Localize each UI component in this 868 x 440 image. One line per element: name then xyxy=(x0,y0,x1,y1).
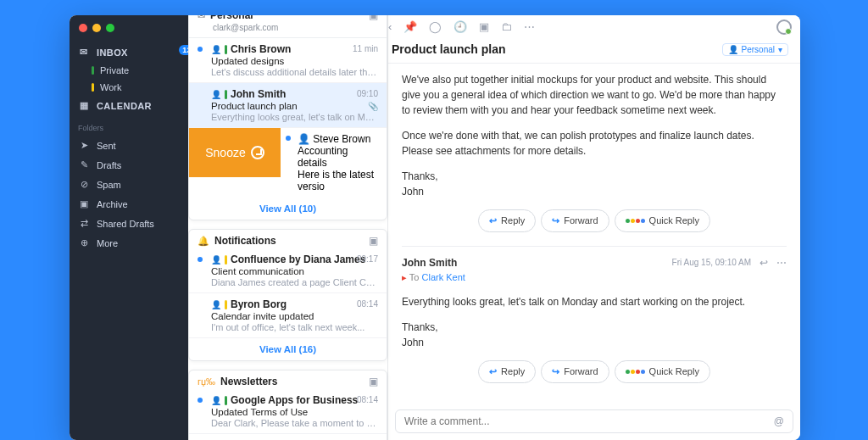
inbox-card-newsletters: гџ‰ Newsletters ▣ 👤 Google Apps for Busi… xyxy=(188,370,387,440)
unread-dot xyxy=(286,136,291,141)
rss-icon: гџ‰ xyxy=(198,376,215,387)
mail-item[interactable]: 👤 Byron Borg 08:14 Calendar invite updat… xyxy=(189,293,387,338)
calendar-label: CALENDAR xyxy=(97,101,152,111)
close-window-button[interactable] xyxy=(79,24,87,32)
quick-reply-button[interactable]: Quick Reply xyxy=(615,360,710,383)
forward-button[interactable]: ↪ Forward xyxy=(541,209,609,232)
account-avatar[interactable] xyxy=(776,19,792,35)
snooze-button[interactable]: Snooze xyxy=(189,128,281,177)
personal-card-header: ✉ Personal ▣ xyxy=(189,15,387,23)
body-signoff: Thanks, xyxy=(402,169,787,184)
app-window: ✉ INBOX 12 Private Work ▦ CALENDAR Folde… xyxy=(70,15,800,440)
quick-reply-button[interactable]: Quick Reply xyxy=(615,209,710,232)
inbox-card-personal: ✉ Personal ▣ clark@spark.com 👤 Chris Bro… xyxy=(188,15,387,220)
reply-label: Reply xyxy=(501,214,525,228)
body-signature: John xyxy=(402,335,787,350)
person-icon: 👤 xyxy=(728,45,738,54)
thread-body: We've also put together initial mockups … xyxy=(388,64,800,409)
reply-button[interactable]: ↩ Reply xyxy=(478,360,536,383)
folder-button[interactable]: 🗀 xyxy=(501,20,512,33)
window-controls xyxy=(70,24,188,41)
shared-label: Shared Drafts xyxy=(97,219,154,229)
message-date: Fri Aug 15, 09:10 AM xyxy=(672,256,751,269)
message-more-button[interactable]: ⋯ xyxy=(776,255,787,270)
bell-icon: 🔔 xyxy=(198,236,209,247)
archive-button[interactable]: ▣ xyxy=(479,20,489,33)
mail-sender: Steve Brown xyxy=(313,133,370,145)
sidebar-item-work[interactable]: Work xyxy=(70,79,188,96)
account-bar xyxy=(225,90,227,99)
reply-label: Reply xyxy=(501,365,525,379)
people-icon: 👤 xyxy=(211,90,221,99)
mail-time: 09:10 xyxy=(357,89,378,98)
folders-heading: Folders xyxy=(70,117,188,134)
minimize-window-button[interactable] xyxy=(92,24,101,32)
subject-row: Product launch plan 👤 Personal ▾ xyxy=(388,39,800,64)
reply-icon-button[interactable]: ↩ xyxy=(760,255,768,270)
quick-reply-icon xyxy=(626,370,645,374)
mail-item[interactable]: 👤 John Smith 09:10 📎 Product launch plan… xyxy=(189,83,387,128)
newsletters-title: Newsletters xyxy=(220,376,277,387)
account-pill[interactable]: 👤 Personal ▾ xyxy=(722,43,788,56)
mail-subject: Accounting details xyxy=(298,145,378,169)
pin-button[interactable]: 📌 xyxy=(403,20,417,33)
maximize-window-button[interactable] xyxy=(106,24,114,32)
mail-item[interactable]: 👤 Confluence by Diana James 09:17 Client… xyxy=(189,248,387,293)
back-button[interactable]: ‹ xyxy=(388,20,392,33)
drafts-label: Drafts xyxy=(97,160,121,170)
archive-all-button[interactable]: ▣ xyxy=(369,376,378,387)
mail-time: 08:14 xyxy=(357,395,378,404)
account-bar xyxy=(225,300,227,309)
mail-time: 08:14 xyxy=(357,299,378,309)
mail-subject: Calendar invite updated xyxy=(211,311,378,321)
more-menu-button[interactable]: ⋯ xyxy=(524,20,535,33)
snooze-toolbar-button[interactable]: 🕘 xyxy=(453,20,467,33)
view-all-newsletters[interactable]: View All (16) xyxy=(189,434,387,440)
to-recipient[interactable]: Clark Kent xyxy=(422,272,465,282)
mark-read-button[interactable]: ◯ xyxy=(429,20,442,33)
sent-label: Sent xyxy=(97,141,116,151)
archive-all-button[interactable]: ▣ xyxy=(369,15,378,21)
chevron-down-icon: ▾ xyxy=(778,45,782,54)
archive-all-button[interactable]: ▣ xyxy=(369,235,378,247)
sidebar-item-more[interactable]: ⊕ More xyxy=(70,233,188,253)
message-from: John Smith xyxy=(402,255,465,270)
shared-icon: ⇄ xyxy=(78,218,90,229)
newsletters-card-header: гџ‰ Newsletters ▣ xyxy=(189,370,387,389)
mail-item[interactable]: 👤 Google Apps for Business 08:14 Updated… xyxy=(189,389,387,434)
mail-subject: Updated Terms of Use xyxy=(211,407,378,417)
sidebar-item-calendar[interactable]: ▦ CALENDAR xyxy=(70,96,188,115)
message-actions: ↩ Reply ↪ Forward Quick Reply xyxy=(402,209,787,232)
sidebar-item-sent[interactable]: ➤ Sent xyxy=(70,136,188,155)
forward-button[interactable]: ↪ Forward xyxy=(541,360,609,383)
view-all-personal[interactable]: View All (10) xyxy=(189,198,387,220)
sidebar-item-shared-drafts[interactable]: ⇄ Shared Drafts xyxy=(70,214,188,233)
sidebar-item-inbox[interactable]: ✉ INBOX 12 xyxy=(70,42,188,62)
comment-input[interactable] xyxy=(404,415,774,427)
reader-toolbar: ‹ 📌 ◯ 🕘 ▣ 🗀 ⋯ xyxy=(388,15,800,39)
personal-card-title: Personal xyxy=(210,15,253,21)
reply-button[interactable]: ↩ Reply xyxy=(478,209,536,232)
notifications-title: Notifications xyxy=(214,235,276,247)
people-icon: 👤 xyxy=(298,133,310,145)
sent-icon: ➤ xyxy=(78,140,90,151)
mail-sender: Confluence by Diana James xyxy=(231,253,365,265)
mail-sender: John Smith xyxy=(231,88,286,100)
body-paragraph: Once we're done with that, we can polish… xyxy=(402,128,787,159)
mention-button[interactable]: @ xyxy=(774,415,784,427)
mail-item[interactable]: 👤 Steve Brown Accounting details Here is… xyxy=(281,128,387,198)
personal-card-address: clark@spark.com xyxy=(189,23,387,38)
sidebar-item-archive[interactable]: ▣ Archive xyxy=(70,194,188,214)
mail-subject: Updated designs xyxy=(211,56,378,66)
reader-pane: ‹ 📌 ◯ 🕘 ▣ 🗀 ⋯ Product launch plan 👤 Pers… xyxy=(388,15,800,440)
body-paragraph: We've also put together initial mockups … xyxy=(402,72,787,118)
mail-item[interactable]: 👤 Chris Brown 11 min Updated designs Let… xyxy=(189,38,387,83)
sidebar-item-drafts[interactable]: ✎ Drafts xyxy=(70,155,188,175)
unread-dot xyxy=(198,257,203,262)
mail-sender: Byron Borg xyxy=(231,298,287,310)
sidebar-item-spam[interactable]: ⊘ Spam xyxy=(70,175,188,194)
mail-subject: Client communication xyxy=(211,266,378,276)
account-bar xyxy=(225,255,227,265)
view-all-notifications[interactable]: View All (16) xyxy=(189,338,387,360)
sidebar-item-private[interactable]: Private xyxy=(70,62,188,79)
